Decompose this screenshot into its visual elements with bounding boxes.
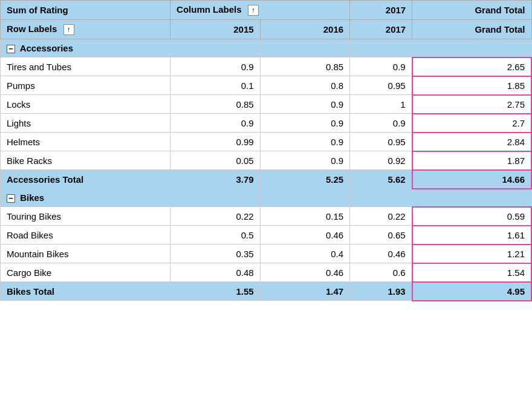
subtotal-2015-1: 1.55 bbox=[170, 282, 261, 301]
row-2015-0-4: 0.99 bbox=[170, 133, 261, 151]
column-labels-sort-btn[interactable]: ↑ bbox=[248, 5, 259, 16]
row-2015-0-3: 0.9 bbox=[170, 114, 261, 133]
subtotal-2016-0: 5.25 bbox=[260, 170, 350, 189]
collapse-icon-1[interactable]: − bbox=[7, 194, 15, 203]
year-2015-header: 2015 bbox=[170, 20, 261, 39]
year-2017-header: 2017 bbox=[350, 20, 412, 39]
subtotal-grand-1: 4.95 bbox=[412, 282, 531, 301]
category-empty-2015-0 bbox=[170, 39, 261, 57]
row-label-0-3: Lights bbox=[1, 114, 170, 133]
row-grand-total-0-5: 1.87 bbox=[412, 151, 531, 170]
header-row-2: Row Labels ↑ 2015 2016 2017 Grand Total bbox=[1, 20, 532, 39]
row-2015-1-0: 0.22 bbox=[170, 207, 261, 226]
row-2016-1-3: 0.46 bbox=[260, 263, 350, 282]
row-label-0-2: Locks bbox=[1, 95, 170, 114]
year-2016-header: 2016 bbox=[260, 20, 350, 39]
data-row-1-3: Cargo Bike 0.48 0.46 0.6 1.54 bbox=[1, 263, 532, 282]
row-2016-0-1: 0.8 bbox=[260, 76, 350, 95]
row-2017-1-2: 0.46 bbox=[350, 245, 412, 263]
row-2015-1-2: 0.35 bbox=[170, 245, 261, 263]
row-label-1-0: Touring Bikes bbox=[1, 207, 170, 226]
row-2017-0-1: 0.95 bbox=[350, 76, 412, 95]
column-labels-header: Column Labels ↑ bbox=[170, 1, 350, 20]
row-2016-0-0: 0.85 bbox=[260, 57, 350, 76]
row-grand-total-0-0: 2.65 bbox=[412, 57, 531, 76]
row-2016-0-2: 0.9 bbox=[260, 95, 350, 114]
row-label-0-1: Pumps bbox=[1, 76, 170, 95]
subtotal-row-0: Accessories Total 3.79 5.25 5.62 14.66 bbox=[1, 170, 532, 189]
subtotal-label-0: Accessories Total bbox=[1, 170, 170, 189]
row-grand-total-0-2: 2.75 bbox=[412, 95, 531, 114]
row-2016-1-0: 0.15 bbox=[260, 207, 350, 226]
row-grand-total-1-1: 1.61 bbox=[412, 226, 531, 245]
row-label-0-5: Bike Racks bbox=[1, 151, 170, 170]
row-labels-sort-btn[interactable]: ↑ bbox=[63, 24, 74, 35]
row-2016-1-1: 0.46 bbox=[260, 226, 350, 245]
row-grand-total-1-3: 1.54 bbox=[412, 263, 531, 282]
data-row-1-2: Mountain Bikes 0.35 0.4 0.46 1.21 bbox=[1, 245, 532, 263]
sum-of-rating-header: Sum of Rating bbox=[1, 1, 170, 20]
subtotal-label-1: Bikes Total bbox=[1, 282, 170, 301]
row-label-0-0: Tires and Tubes bbox=[1, 57, 170, 76]
data-row-0-4: Helmets 0.99 0.9 0.95 2.84 bbox=[1, 133, 532, 151]
header-row-1: Sum of Rating Column Labels ↑ 2017 Grand… bbox=[1, 1, 532, 20]
category-empty-2017-0 bbox=[350, 39, 412, 57]
row-grand-total-1-0: 0.59 bbox=[412, 207, 531, 226]
row-grand-total-0-4: 2.84 bbox=[412, 133, 531, 151]
row-2016-0-3: 0.9 bbox=[260, 114, 350, 133]
data-row-1-1: Road Bikes 0.5 0.46 0.65 1.61 bbox=[1, 226, 532, 245]
data-row-0-3: Lights 0.9 0.9 0.9 2.7 bbox=[1, 114, 532, 133]
category-name-0: − Accessories bbox=[1, 39, 170, 57]
row-label-1-1: Road Bikes bbox=[1, 226, 170, 245]
row-2015-0-1: 0.1 bbox=[170, 76, 261, 95]
row-2015-0-5: 0.05 bbox=[170, 151, 261, 170]
row-grand-total-0-3: 2.7 bbox=[412, 114, 531, 133]
row-2015-1-1: 0.5 bbox=[170, 226, 261, 245]
row-grand-total-0-1: 1.85 bbox=[412, 76, 531, 95]
table-body: − Accessories Tires and Tubes 0.9 0.85 0… bbox=[1, 39, 532, 301]
data-row-1-0: Touring Bikes 0.22 0.15 0.22 0.59 bbox=[1, 207, 532, 226]
category-empty-2015-1 bbox=[170, 189, 261, 207]
subtotal-2016-1: 1.47 bbox=[260, 282, 350, 301]
category-empty-2016-1 bbox=[260, 189, 350, 207]
data-row-0-5: Bike Racks 0.05 0.9 0.92 1.87 bbox=[1, 151, 532, 170]
row-2017-1-3: 0.6 bbox=[350, 263, 412, 282]
pivot-table: Sum of Rating Column Labels ↑ 2017 Grand… bbox=[0, 0, 532, 301]
row-grand-total-1-2: 1.21 bbox=[412, 245, 531, 263]
row-2016-0-4: 0.9 bbox=[260, 133, 350, 151]
row-2017-0-5: 0.92 bbox=[350, 151, 412, 170]
row-2017-0-2: 1 bbox=[350, 95, 412, 114]
data-row-0-1: Pumps 0.1 0.8 0.95 1.85 bbox=[1, 76, 532, 95]
grand-total-header: Grand Total bbox=[412, 20, 531, 39]
row-2017-1-1: 0.65 bbox=[350, 226, 412, 245]
row-2015-0-2: 0.85 bbox=[170, 95, 261, 114]
data-row-0-0: Tires and Tubes 0.9 0.85 0.9 2.65 bbox=[1, 57, 532, 76]
row-labels-header: Row Labels ↑ bbox=[1, 20, 170, 39]
row-2016-0-5: 0.9 bbox=[260, 151, 350, 170]
collapse-icon-0[interactable]: − bbox=[7, 45, 15, 53]
row-2016-1-2: 0.4 bbox=[260, 245, 350, 263]
category-row-0: − Accessories bbox=[1, 39, 532, 57]
category-name-1: − Bikes bbox=[1, 189, 170, 207]
row-label-1-2: Mountain Bikes bbox=[1, 245, 170, 263]
row-2017-0-0: 0.9 bbox=[350, 57, 412, 76]
category-empty-grand-0 bbox=[412, 39, 531, 57]
row-2017-0-3: 0.9 bbox=[350, 114, 412, 133]
subtotal-grand-0: 14.66 bbox=[412, 170, 531, 189]
year-2017-header-top: 2017 bbox=[350, 1, 412, 20]
row-label-0-4: Helmets bbox=[1, 133, 170, 151]
data-row-0-2: Locks 0.85 0.9 1 2.75 bbox=[1, 95, 532, 114]
subtotal-2017-0: 5.62 bbox=[350, 170, 412, 189]
category-empty-2017-1 bbox=[350, 189, 412, 207]
grand-total-header-top: Grand Total bbox=[412, 1, 531, 20]
subtotal-row-1: Bikes Total 1.55 1.47 1.93 4.95 bbox=[1, 282, 532, 301]
subtotal-2017-1: 1.93 bbox=[350, 282, 412, 301]
category-empty-2016-0 bbox=[260, 39, 350, 57]
category-row-1: − Bikes bbox=[1, 189, 532, 207]
row-2015-0-0: 0.9 bbox=[170, 57, 261, 76]
category-empty-grand-1 bbox=[412, 189, 531, 207]
row-2017-0-4: 0.95 bbox=[350, 133, 412, 151]
row-2015-1-3: 0.48 bbox=[170, 263, 261, 282]
row-2017-1-0: 0.22 bbox=[350, 207, 412, 226]
column-labels-text: Column Labels bbox=[177, 4, 242, 15]
